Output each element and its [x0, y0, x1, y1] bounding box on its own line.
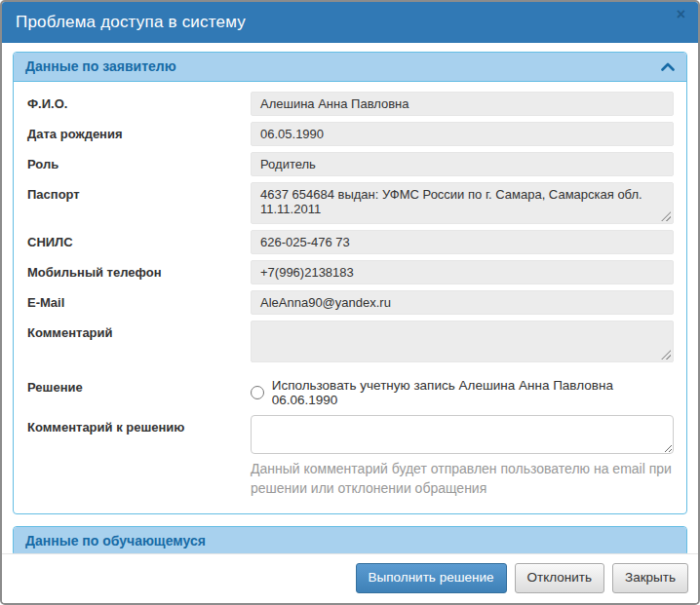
use-account-radio[interactable]: [251, 386, 264, 399]
decision-label: Решение: [26, 375, 251, 395]
student-panel: Данные по обучающемуся: [13, 526, 687, 553]
form-row-decision-comment: Комментарий к решению: [26, 415, 674, 454]
helper-spacer: [26, 460, 251, 498]
form-row-snils: СНИЛС 626-025-476 73: [26, 230, 674, 254]
fio-field[interactable]: Алешина Анна Павловна: [251, 92, 674, 116]
role-field[interactable]: Родитель: [251, 152, 674, 176]
dialog-titlebar: Проблема доступа в систему ×: [2, 2, 698, 43]
student-panel-header[interactable]: Данные по обучающемуся: [14, 527, 686, 553]
comment-label: Комментарий: [26, 321, 251, 340]
resize-grip-icon[interactable]: [661, 350, 671, 359]
snils-label: СНИЛС: [26, 230, 251, 249]
applicant-panel-title: Данные по заявителю: [25, 58, 176, 74]
form-row-passport: Паспорт 4637 654684 выдан: УФМС России п…: [26, 182, 674, 224]
access-problem-dialog: Проблема доступа в систему × Данные по з…: [0, 0, 700, 605]
resize-grip-icon[interactable]: [661, 211, 671, 221]
email-field[interactable]: AleAnna90@yandex.ru: [251, 290, 674, 315]
decision-comment-helper: Данный комментарий будет отправлен польз…: [251, 460, 674, 498]
snils-field[interactable]: 626-025-476 73: [251, 230, 674, 254]
dialog-footer: Выполнить решение Отклонить Закрыть: [2, 553, 698, 603]
role-label: Роль: [26, 152, 251, 171]
decision-comment-label: Комментарий к решению: [26, 415, 251, 435]
form-row-phone: Мобильный телефон +7(996)2138183: [26, 260, 674, 284]
decision-radio-group: Использовать учетную запись Алешина Анна…: [251, 375, 674, 407]
email-label: E-Mail: [26, 290, 251, 310]
decision-comment-textarea[interactable]: [251, 415, 674, 454]
form-row-decision: Решение Использовать учетную запись Алеш…: [26, 375, 674, 407]
applicant-panel-header[interactable]: Данные по заявителю: [14, 53, 686, 81]
close-icon[interactable]: ×: [677, 7, 685, 22]
phone-label: Мобильный телефон: [26, 260, 251, 280]
birthdate-label: Дата рождения: [26, 122, 251, 141]
form-row-birthdate: Дата рождения 06.05.1990: [26, 122, 674, 146]
form-row-comment: Комментарий: [26, 321, 674, 362]
form-row-role: Роль Родитель: [26, 152, 674, 176]
reject-button[interactable]: Отклонить: [515, 563, 605, 593]
student-panel-title: Данные по обучающемуся: [25, 533, 206, 548]
passport-field[interactable]: 4637 654684 выдан: УФМС России по г. Сам…: [251, 182, 674, 224]
applicant-panel: Данные по заявителю Ф.И.О. Алешина Анна …: [13, 52, 687, 514]
form-row-fio: Ф.И.О. Алешина Анна Павловна: [26, 92, 674, 116]
passport-label: Паспорт: [26, 182, 251, 202]
comment-field[interactable]: [251, 321, 674, 362]
dialog-title: Проблема доступа в систему: [16, 13, 246, 32]
applicant-panel-body: Ф.И.О. Алешина Анна Павловна Дата рожден…: [14, 81, 686, 513]
birthdate-field[interactable]: 06.05.1990: [251, 122, 674, 146]
dialog-body: Данные по заявителю Ф.И.О. Алешина Анна …: [2, 43, 698, 553]
close-button[interactable]: Закрыть: [612, 563, 688, 593]
use-account-radio-label[interactable]: Использовать учетную запись Алешина Анна…: [272, 378, 674, 407]
helper-row: Данный комментарий будет отправлен польз…: [26, 460, 674, 498]
phone-field[interactable]: +7(996)2138183: [251, 260, 674, 284]
execute-decision-button[interactable]: Выполнить решение: [356, 563, 507, 593]
form-row-email: E-Mail AleAnna90@yandex.ru: [26, 290, 674, 315]
passport-field-text: 4637 654684 выдан: УФМС России по г. Сам…: [260, 187, 645, 216]
fio-label: Ф.И.О.: [26, 92, 251, 111]
chevron-up-icon[interactable]: [661, 62, 675, 71]
